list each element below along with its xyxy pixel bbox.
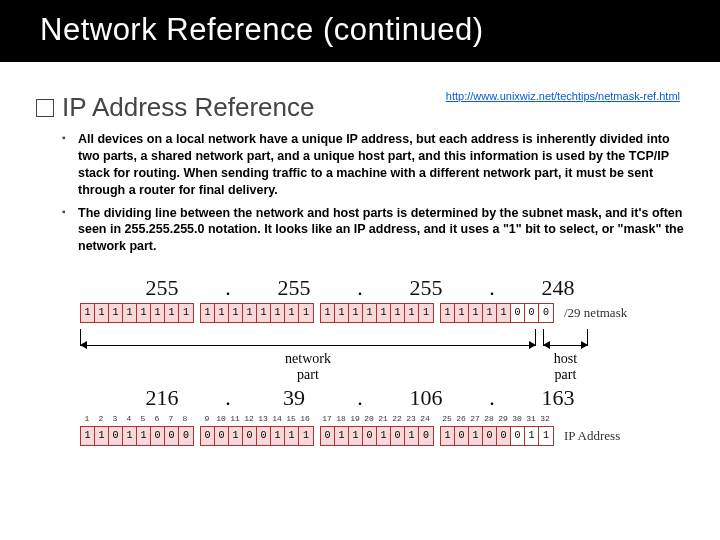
bit-cell: 0: [179, 427, 193, 445]
netmask-bits-row: 11111111111111111111111111111000: [80, 303, 554, 323]
ip-octet: 39: [235, 385, 353, 413]
bit-cell: 0: [257, 427, 271, 445]
bit-cell: 1: [441, 304, 455, 322]
subheading-text: IP Address Reference: [62, 92, 314, 123]
bit-position: 23: [404, 413, 418, 425]
netmask-octet: 248: [499, 275, 617, 303]
bit-position: 27: [468, 413, 482, 425]
bit-cell: 1: [95, 427, 109, 445]
bit-cell: 1: [123, 427, 137, 445]
bit-cell: 1: [363, 304, 377, 322]
bit-cell: 1: [257, 304, 271, 322]
bit-cell: 1: [469, 304, 483, 322]
netmask-octet: 255: [103, 275, 221, 303]
bit-cell: 1: [321, 304, 335, 322]
bit-cell: 1: [299, 304, 313, 322]
bit-cell: 1: [285, 304, 299, 322]
bit-cell: 1: [109, 304, 123, 322]
bit-position: 30: [510, 413, 524, 425]
bit-cell: 0: [201, 427, 215, 445]
bit-position: 4: [122, 413, 136, 425]
bit-cell: 1: [349, 304, 363, 322]
bit-cell: 1: [419, 304, 433, 322]
bit-position-row: 1234567891011121314151617181920212223242…: [80, 413, 640, 425]
bit-position: 24: [418, 413, 432, 425]
bit-position: 1: [80, 413, 94, 425]
bit-cell: 1: [405, 427, 419, 445]
bit-cell: 0: [243, 427, 257, 445]
bit-cell: 0: [215, 427, 229, 445]
bit-cell: 1: [299, 427, 313, 445]
bit-position: 10: [214, 413, 228, 425]
bit-cell: 0: [109, 427, 123, 445]
ip-bits-row: 11011000001001110110101010100011: [80, 426, 554, 446]
bit-position: 19: [348, 413, 362, 425]
bit-position: 32: [538, 413, 552, 425]
netmask-diagram: 255 . 255 . 255 . 248 111111111111111111…: [80, 275, 640, 446]
bit-position: 3: [108, 413, 122, 425]
bit-cell: 0: [511, 304, 525, 322]
bit-cell: 0: [363, 427, 377, 445]
bit-cell: 1: [165, 304, 179, 322]
bit-position: 21: [376, 413, 390, 425]
bit-cell: 1: [123, 304, 137, 322]
bit-position: 17: [320, 413, 334, 425]
bit-cell: 0: [151, 427, 165, 445]
bit-position: 31: [524, 413, 538, 425]
bit-cell: 1: [497, 304, 511, 322]
bit-cell: 1: [539, 427, 553, 445]
network-part-bracket: network part: [80, 327, 536, 383]
bit-cell: 1: [285, 427, 299, 445]
bit-cell: 1: [137, 304, 151, 322]
host-part-bracket: host part: [543, 327, 588, 383]
bit-cell: 1: [95, 304, 109, 322]
bit-cell: 1: [271, 427, 285, 445]
bit-cell: 0: [165, 427, 179, 445]
bullet-item: The dividing line between the network an…: [62, 205, 684, 256]
netmask-octet: 255: [367, 275, 485, 303]
bit-position: 22: [390, 413, 404, 425]
bit-cell: 1: [455, 304, 469, 322]
bit-cell: 1: [377, 427, 391, 445]
bit-cell: 1: [391, 304, 405, 322]
bit-cell: 1: [151, 304, 165, 322]
bit-cell: 1: [441, 427, 455, 445]
bit-position: 8: [178, 413, 192, 425]
ip-label: IP Address: [564, 428, 620, 444]
bit-cell: 0: [539, 304, 553, 322]
ip-octet: 106: [367, 385, 485, 413]
bit-cell: 0: [511, 427, 525, 445]
bit-cell: 1: [469, 427, 483, 445]
bullet-item: All devices on a local network have a un…: [62, 131, 684, 199]
bit-cell: 0: [483, 427, 497, 445]
bit-cell: 1: [81, 304, 95, 322]
bit-position: 5: [136, 413, 150, 425]
bit-cell: 0: [525, 304, 539, 322]
bit-cell: 0: [419, 427, 433, 445]
bit-cell: 1: [335, 304, 349, 322]
bit-position: 9: [200, 413, 214, 425]
bit-cell: 1: [349, 427, 363, 445]
bit-position: 13: [256, 413, 270, 425]
bit-position: 26: [454, 413, 468, 425]
bit-cell: 1: [243, 304, 257, 322]
bit-cell: 1: [137, 427, 151, 445]
bullet-list: All devices on a local network have a un…: [62, 131, 684, 255]
bit-cell: 1: [405, 304, 419, 322]
bit-position: 11: [228, 413, 242, 425]
bit-position: 25: [440, 413, 454, 425]
bit-cell: 0: [391, 427, 405, 445]
bit-cell: 1: [201, 304, 215, 322]
bit-cell: 0: [455, 427, 469, 445]
bit-position: 12: [242, 413, 256, 425]
bit-cell: 0: [321, 427, 335, 445]
bit-cell: 1: [179, 304, 193, 322]
reference-url-link[interactable]: http://www.unixwiz.net/techtips/netmask-…: [446, 90, 680, 102]
bit-cell: 1: [229, 427, 243, 445]
bit-position: 20: [362, 413, 376, 425]
dot-icon: .: [221, 385, 235, 413]
ip-octet: 163: [499, 385, 617, 413]
slide-title: Network Reference (continued): [0, 0, 720, 62]
netmask-octet: 255: [235, 275, 353, 303]
bit-position: 28: [482, 413, 496, 425]
